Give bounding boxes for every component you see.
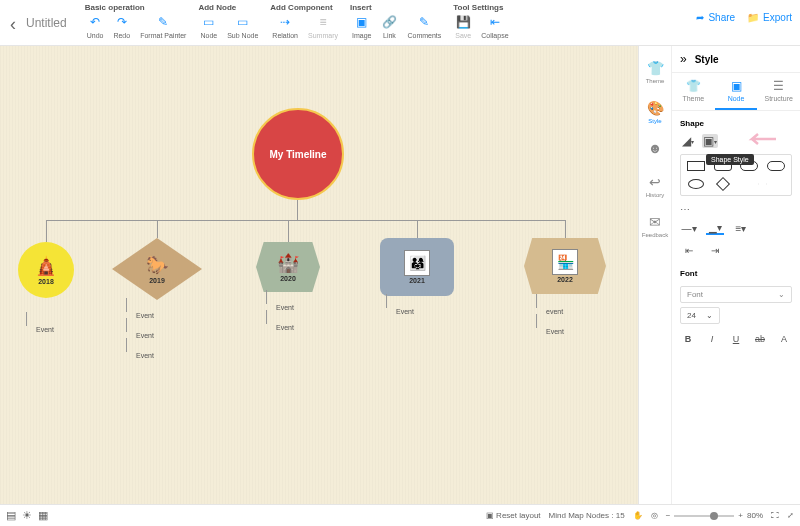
target-button[interactable]: ◎ — [651, 511, 658, 520]
comments-button[interactable]: ✎Comments — [403, 14, 445, 39]
fill-color-button[interactable]: ◢▾ — [680, 134, 696, 148]
format-painter-button[interactable]: ✎Format Painter — [136, 14, 190, 39]
vtab-feedback[interactable]: ✉Feedback — [639, 206, 671, 246]
shape-style-button[interactable]: ▣▾ — [702, 134, 718, 148]
image-button[interactable]: ▣Image — [348, 14, 375, 39]
font-size-select[interactable]: 24⌄ — [680, 307, 720, 324]
group-basic-operation: Basic operation — [83, 2, 191, 14]
brightness-button[interactable]: ☀ — [22, 509, 32, 522]
panel-collapse-button[interactable]: » — [680, 52, 687, 66]
document-title[interactable]: Untitled — [22, 2, 77, 30]
font-section-label: Font — [672, 261, 800, 282]
undo-button[interactable]: ↶Undo — [83, 14, 108, 39]
event-item[interactable]: Event — [546, 328, 564, 335]
reset-layout-button[interactable]: ▣ Reset layout — [486, 511, 541, 520]
event-item[interactable]: Event — [36, 326, 54, 333]
export-button[interactable]: 📁Export — [747, 12, 792, 23]
shape-rect[interactable] — [685, 159, 708, 173]
fullscreen-button[interactable]: ⛶ — [771, 511, 779, 520]
side-vertical-tabs: 👕Theme 🎨Style ☻ ↩History ✉Feedback — [639, 46, 672, 504]
shape-diamond[interactable] — [712, 177, 735, 191]
link-button[interactable]: 🔗Link — [377, 14, 401, 39]
event-item[interactable]: Event — [396, 308, 414, 315]
zoom-out-button[interactable]: − — [666, 511, 671, 520]
back-button[interactable]: ‹ — [4, 2, 22, 47]
node-2020[interactable]: 🏰2020 — [256, 242, 320, 292]
line-style-button[interactable]: ≡▾ — [732, 221, 750, 235]
node-icon: ▭ — [201, 14, 217, 30]
underline-button[interactable]: U — [728, 332, 744, 346]
event-item[interactable]: Event — [136, 332, 154, 339]
shape-ellipse[interactable] — [685, 177, 708, 191]
border-color-button[interactable]: ▁▾ — [706, 221, 724, 235]
node-button[interactable]: ▭Node — [196, 14, 221, 39]
font-color-button[interactable]: A — [776, 332, 792, 346]
border-style-button[interactable]: —▾ — [680, 221, 698, 235]
export-icon: 📁 — [747, 12, 759, 23]
summary-button[interactable]: ≡Summary — [304, 14, 342, 39]
indent-right-button[interactable]: ⇥ — [706, 243, 724, 257]
sub-node-button[interactable]: ▭Sub Node — [223, 14, 262, 39]
hand-tool-button[interactable]: ✋ — [633, 511, 643, 520]
save-icon: 💾 — [455, 14, 471, 30]
vtab-icon[interactable]: ☻ — [639, 132, 671, 166]
redo-button[interactable]: ↷Redo — [109, 14, 134, 39]
zoom-value[interactable]: 80% — [747, 511, 763, 520]
connector — [297, 200, 298, 220]
castle-icon: 🏰 — [277, 252, 299, 274]
share-button[interactable]: ➦Share — [696, 12, 735, 23]
vtab-history[interactable]: ↩History — [639, 166, 671, 206]
event-item[interactable]: event — [546, 308, 563, 315]
shape-hexagon-2[interactable] — [765, 177, 788, 191]
grid-button[interactable]: ▦ — [38, 509, 48, 522]
face-icon: ☻ — [648, 140, 663, 156]
zoom-slider[interactable] — [674, 515, 734, 517]
strike-button[interactable]: ab — [752, 332, 768, 346]
shape-pill[interactable] — [765, 159, 788, 173]
view-list-button[interactable]: ▤ — [6, 509, 16, 522]
root-node[interactable]: My Timeline — [252, 108, 344, 200]
bold-button[interactable]: B — [680, 332, 696, 346]
event-item[interactable]: Event — [136, 352, 154, 359]
indent-left-button[interactable]: ⇤ — [680, 243, 698, 257]
comments-icon: ✎ — [416, 14, 432, 30]
expand-button[interactable]: ⤢ — [787, 511, 794, 520]
sub-node-icon: ▭ — [235, 14, 251, 30]
canvas-area[interactable]: My Timeline 🛕2018 Event 🐎2019 Event Even… — [0, 46, 638, 504]
node-2018[interactable]: 🛕2018 — [18, 242, 74, 298]
connector — [157, 220, 158, 238]
vtab-theme[interactable]: 👕Theme — [639, 52, 671, 92]
node-2019[interactable]: 🐎2019 — [112, 238, 202, 300]
people-icon: 👨‍👩‍👧 — [404, 250, 430, 276]
tab-node[interactable]: ▣Node — [715, 73, 758, 110]
group-add-component: Add Component — [268, 2, 342, 14]
connector — [417, 220, 418, 238]
tab-structure[interactable]: ☰Structure — [757, 73, 800, 110]
style-icon: 🎨 — [647, 100, 664, 116]
shape-hexagon[interactable] — [738, 177, 761, 191]
zoom-in-button[interactable]: + — [738, 511, 743, 520]
format-painter-icon: ✎ — [155, 14, 171, 30]
tab-theme[interactable]: 👕Theme — [672, 73, 715, 110]
theme-icon: 👕 — [672, 79, 715, 93]
event-item[interactable]: Event — [136, 312, 154, 319]
event-item[interactable]: Event — [276, 304, 294, 311]
relation-button[interactable]: ⇢Relation — [268, 14, 302, 39]
share-icon: ➦ — [696, 12, 704, 23]
node-2022[interactable]: 🏪2022 — [524, 238, 606, 294]
collapse-button[interactable]: ⇤Collapse — [477, 14, 512, 39]
link-icon: 🔗 — [381, 14, 397, 30]
chevron-down-icon: ⌄ — [778, 290, 785, 299]
font-family-select[interactable]: Font⌄ — [680, 286, 792, 303]
connector — [288, 220, 289, 242]
node-2021[interactable]: 👨‍👩‍👧2021 — [380, 238, 454, 296]
event-item[interactable]: Event — [276, 324, 294, 331]
zoom-control: − + 80% — [666, 511, 763, 520]
shape-more[interactable]: ⋯ — [672, 202, 800, 217]
status-bar: ▤ ☀ ▦ ▣ Reset layout Mind Map Nodes : 15… — [0, 504, 800, 526]
save-button[interactable]: 💾Save — [451, 14, 475, 39]
horse-icon: 🐎 — [146, 254, 168, 276]
italic-button[interactable]: I — [704, 332, 720, 346]
summary-icon: ≡ — [315, 14, 331, 30]
vtab-style[interactable]: 🎨Style — [639, 92, 671, 132]
